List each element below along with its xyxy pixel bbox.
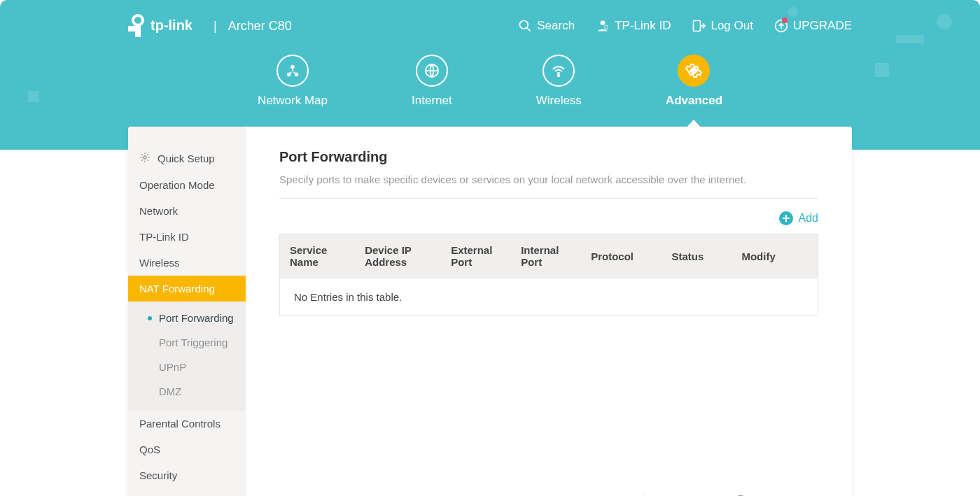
sidebar-item-wireless[interactable]: Wireless (128, 250, 246, 276)
svg-rect-2 (135, 26, 141, 37)
sidebar-item-label: QoS (139, 444, 160, 455)
sidebar-item-label: Quick Setup (158, 153, 215, 164)
content-card: Quick Setup Operation Mode Network TP-Li… (128, 127, 852, 496)
svg-point-15 (692, 69, 696, 73)
table-empty-row: No Entries in this table. (280, 278, 818, 316)
add-label: Add (799, 212, 818, 225)
sidebar-subitem-port-forwarding[interactable]: Port Forwarding (128, 306, 246, 330)
bullet-dot-icon (148, 316, 152, 320)
col-service-name: Service Name (280, 234, 356, 278)
col-protocol: Protocol (581, 234, 662, 278)
plus-circle-icon (779, 211, 793, 225)
svg-point-14 (558, 75, 560, 77)
logout-label: Log Out (710, 19, 753, 33)
main-panel: Port Forwarding Specify ports to make sp… (246, 127, 852, 496)
brand-divider: | (206, 19, 220, 34)
svg-rect-8 (694, 21, 701, 31)
search-icon (518, 19, 532, 33)
sidebar-item-network[interactable]: Network (128, 198, 246, 224)
svg-line-5 (527, 28, 531, 31)
tab-wireless-label: Wireless (536, 94, 582, 108)
search-label: Search (537, 19, 575, 33)
gear-icon (678, 55, 710, 87)
top-actions: Search TP-Link ID Log Out UPGRADE (518, 19, 852, 33)
col-device-ip: Device IP Address (355, 234, 441, 278)
globe-icon (416, 55, 448, 87)
svg-rect-1 (128, 26, 135, 31)
svg-point-10 (290, 65, 295, 69)
tplink-logo-icon: tp-link (128, 13, 198, 38)
sidebar-item-quick-setup[interactable]: Quick Setup (128, 145, 246, 172)
page-title: Port Forwarding (279, 149, 818, 165)
upgrade-icon (774, 19, 788, 33)
sidebar-item-label: Security (139, 469, 177, 481)
sidebar-subitem-label: Port Triggering (159, 336, 227, 348)
gear-small-icon (139, 152, 150, 165)
sidebar-item-security[interactable]: Security (128, 462, 246, 488)
wifi-icon (542, 55, 575, 87)
tplink-id-button[interactable]: TP-Link ID (596, 19, 671, 33)
sidebar-item-label: Operation Mode (139, 179, 215, 191)
page-description: Specify ports to make specific devices o… (279, 173, 818, 199)
sidebar-item-qos[interactable]: QoS (128, 437, 246, 462)
svg-point-7 (605, 25, 608, 29)
svg-point-16 (144, 156, 146, 159)
sidebar-subitems: Port Forwarding Port Triggering UPnP DMZ (128, 302, 246, 411)
col-internal-port: Internal Port (511, 234, 581, 278)
tab-advanced-label: Advanced (666, 94, 722, 108)
logout-button[interactable]: Log Out (692, 19, 753, 33)
col-external-port: External Port (441, 234, 511, 278)
empty-message: No Entries in this table. (280, 278, 818, 316)
sidebar-subitem-dmz[interactable]: DMZ (128, 379, 246, 404)
col-modify: Modify (732, 234, 818, 278)
sidebar-item-label: Wireless (139, 257, 180, 269)
tab-network-map[interactable]: Network Map (258, 55, 328, 108)
upgrade-label: UPGRADE (793, 19, 852, 33)
notification-dot-icon (782, 17, 788, 23)
brand: tp-link | Archer C80 (128, 13, 292, 38)
topbar: tp-link | Archer C80 Search TP-Link ID (128, 13, 852, 39)
sidebar-subitem-port-triggering[interactable]: Port Triggering (128, 330, 246, 355)
sidebar-subitem-label: Port Forwarding (159, 312, 234, 324)
tab-network-map-label: Network Map (258, 94, 328, 108)
sidebar-item-nat-forwarding[interactable]: NAT Forwarding (128, 276, 246, 302)
sidebar-item-label: Parental Controls (139, 418, 220, 430)
svg-point-4 (520, 21, 528, 29)
tplink-id-label: TP-Link ID (615, 19, 671, 33)
col-status: Status (662, 234, 732, 278)
svg-point-0 (133, 15, 143, 25)
sidebar-item-operation-mode[interactable]: Operation Mode (128, 172, 246, 198)
sidebar-subitem-label: DMZ (159, 385, 182, 397)
bullet-dot-icon (148, 365, 152, 369)
port-forwarding-table: Service Name Device IP Address External … (279, 234, 818, 316)
cloud-user-icon (596, 19, 610, 33)
bullet-dot-icon (148, 341, 152, 345)
search-button[interactable]: Search (518, 19, 575, 33)
tab-internet[interactable]: Internet (412, 55, 452, 108)
svg-point-6 (601, 21, 606, 26)
add-button[interactable]: Add (779, 211, 818, 225)
sidebar: Quick Setup Operation Mode Network TP-Li… (128, 127, 246, 496)
sidebar-item-label: NAT Forwarding (139, 283, 215, 295)
sidebar-item-label: Network (139, 205, 178, 217)
sidebar-item-tplink-id[interactable]: TP-Link ID (128, 224, 246, 250)
sidebar-item-parental-controls[interactable]: Parental Controls (128, 411, 246, 437)
svg-text:tp-link: tp-link (150, 17, 193, 33)
sidebar-subitem-label: UPnP (159, 361, 186, 373)
tab-internet-label: Internet (412, 94, 452, 108)
tab-advanced[interactable]: Advanced (666, 55, 722, 108)
logout-icon (692, 19, 706, 33)
network-map-icon (276, 55, 309, 87)
bullet-dot-icon (148, 390, 152, 394)
brand-model: Archer C80 (228, 19, 292, 34)
tab-wireless[interactable]: Wireless (536, 55, 582, 108)
main-tabs: Network Map Internet Wireless Advanced (0, 55, 980, 108)
sidebar-subitem-upnp[interactable]: UPnP (128, 355, 246, 379)
upgrade-button[interactable]: UPGRADE (774, 19, 852, 33)
sidebar-item-label: TP-Link ID (139, 231, 189, 243)
